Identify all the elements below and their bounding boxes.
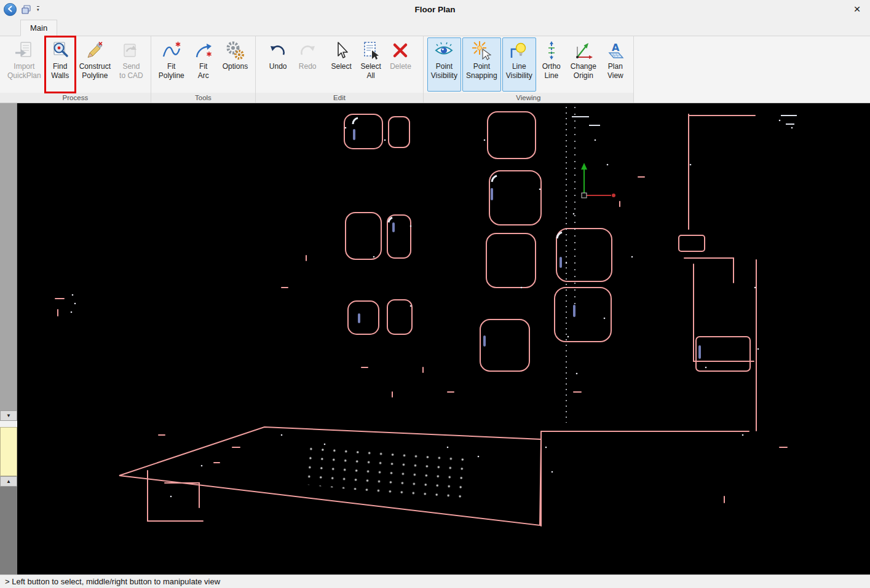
status-message: > Left button to select, middle/right bu… (5, 577, 220, 586)
point-cloud-render (17, 103, 870, 574)
group-title-tools: Tools (151, 93, 255, 103)
close-button[interactable]: × (848, 0, 866, 19)
import-quickplan-button[interactable]: ImportQuickPlan (4, 37, 45, 92)
strip-upper-area (0, 103, 17, 410)
ribbon-group-viewing: PointVisibility PointSnapping (424, 36, 634, 103)
ribbon-empty-area (634, 36, 870, 103)
delete-x-icon (390, 41, 410, 60)
line-visibility-button[interactable]: LineVisibility (502, 37, 536, 92)
undo-icon (268, 41, 288, 60)
ribbon: ImportQuickPlan FindWalls (0, 36, 870, 103)
point-snapping-button[interactable]: PointSnapping (462, 37, 501, 92)
point-visibility-eye-icon (434, 41, 454, 60)
line-visibility-bulb-icon (509, 41, 529, 60)
app: ▾ Floor Plan × Main Imp (0, 0, 870, 588)
left-panel-strip: ▼ ▲ (0, 103, 17, 574)
window-title: Floor Plan (0, 0, 870, 19)
tab-row: Main (0, 19, 870, 36)
select-all-button[interactable]: SelectAll (357, 37, 385, 92)
ribbon-group-edit: Undo Redo (256, 36, 424, 103)
options-button[interactable]: Options (219, 37, 251, 92)
titlebar: ▾ Floor Plan × (0, 0, 870, 19)
workspace: ▼ ▲ (0, 103, 870, 574)
plan-view-icon: A (606, 41, 625, 60)
ribbon-group-tools: FitPolyline FitArc (151, 36, 256, 103)
point-visibility-button[interactable]: PointVisibility (427, 37, 461, 92)
point-cloud-viewport[interactable] (17, 103, 870, 574)
ribbon-group-process: ImportQuickPlan FindWalls (0, 36, 151, 103)
change-origin-axes-icon (574, 41, 593, 60)
send-to-cad-button[interactable]: Sendto CAD (116, 37, 147, 92)
plan-view-button[interactable]: A PlanView (601, 37, 630, 92)
import-quickplan-icon (14, 41, 34, 60)
fit-polyline-button[interactable]: FitPolyline (155, 37, 188, 92)
group-title-process: Process (0, 93, 151, 103)
scroll-down-button[interactable]: ▼ (0, 410, 17, 421)
redo-button[interactable]: Redo (293, 37, 322, 92)
ortho-line-button[interactable]: OrthoLine (537, 37, 566, 92)
point-snapping-icon (472, 41, 491, 60)
delete-button[interactable]: Delete (386, 37, 415, 92)
group-title-viewing: Viewing (424, 93, 633, 103)
construct-polyline-button[interactable]: ConstructPolyline (76, 37, 114, 92)
undo-button[interactable]: Undo (264, 37, 292, 92)
construct-polyline-icon (85, 41, 105, 60)
svg-text:A: A (612, 42, 620, 53)
select-button[interactable]: Select (327, 37, 355, 92)
fit-polyline-icon (162, 41, 181, 60)
select-all-icon (361, 41, 381, 60)
scroll-up-button[interactable]: ▲ (0, 476, 17, 487)
fit-arc-icon (194, 41, 213, 60)
tab-main[interactable]: Main (20, 20, 57, 36)
send-to-cad-icon (121, 41, 141, 60)
group-title-edit: Edit (256, 93, 423, 103)
strip-lower-area (0, 487, 17, 574)
change-origin-button[interactable]: ChangeOrigin (567, 37, 600, 92)
status-bar: > Left button to select, middle/right bu… (0, 574, 870, 588)
find-walls-button[interactable]: FindWalls (46, 37, 74, 92)
find-walls-icon (50, 41, 70, 60)
select-cursor-icon (331, 41, 351, 60)
redo-icon (298, 41, 317, 60)
color-swatch-panel[interactable] (0, 427, 17, 476)
options-gears-icon (225, 41, 245, 60)
strip-gap (0, 421, 17, 427)
fit-arc-button[interactable]: FitArc (189, 37, 218, 92)
ortho-line-icon (542, 41, 561, 60)
